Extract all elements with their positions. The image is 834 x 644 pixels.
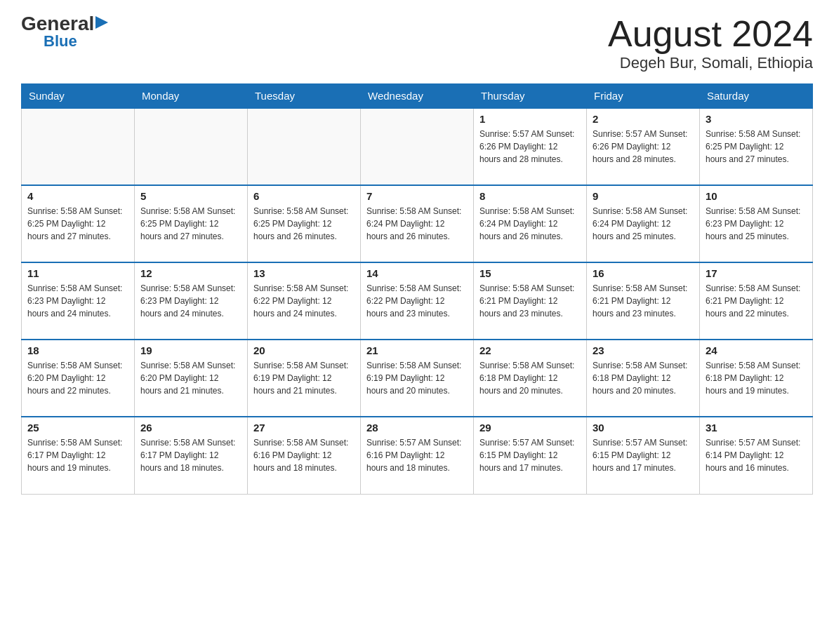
calendar-cell: 17Sunrise: 5:58 AM Sunset: 6:21 PM Dayli…	[700, 262, 813, 340]
day-number: 2	[593, 113, 694, 125]
day-info: Sunrise: 5:57 AM Sunset: 6:16 PM Dayligh…	[366, 436, 468, 474]
calendar-cell	[22, 108, 135, 185]
calendar-cell: 20Sunrise: 5:58 AM Sunset: 6:19 PM Dayli…	[248, 340, 361, 417]
day-number: 27	[253, 422, 355, 434]
day-number: 22	[479, 344, 581, 356]
day-info: Sunrise: 5:58 AM Sunset: 6:19 PM Dayligh…	[366, 359, 468, 397]
calendar-cell: 5Sunrise: 5:58 AM Sunset: 6:25 PM Daylig…	[135, 185, 248, 262]
logo-general-text: General	[21, 14, 94, 34]
calendar-cell: 21Sunrise: 5:58 AM Sunset: 6:19 PM Dayli…	[361, 340, 474, 417]
day-info: Sunrise: 5:58 AM Sunset: 6:23 PM Dayligh…	[706, 205, 807, 243]
day-info: Sunrise: 5:58 AM Sunset: 6:21 PM Dayligh…	[593, 282, 694, 320]
calendar-cell: 13Sunrise: 5:58 AM Sunset: 6:22 PM Dayli…	[248, 262, 361, 340]
day-number: 9	[593, 190, 694, 202]
calendar-week-row: 1Sunrise: 5:57 AM Sunset: 6:26 PM Daylig…	[22, 108, 813, 185]
location-text: Degeh Bur, Somali, Ethiopia	[608, 54, 813, 72]
day-info: Sunrise: 5:58 AM Sunset: 6:25 PM Dayligh…	[140, 205, 241, 243]
day-header-thursday: Thursday	[474, 84, 587, 109]
day-number: 1	[479, 113, 581, 125]
day-info: Sunrise: 5:58 AM Sunset: 6:19 PM Dayligh…	[253, 359, 355, 397]
calendar-cell: 18Sunrise: 5:58 AM Sunset: 6:20 PM Dayli…	[22, 340, 135, 417]
day-header-tuesday: Tuesday	[248, 84, 361, 109]
day-number: 16	[593, 267, 694, 279]
calendar-cell: 14Sunrise: 5:58 AM Sunset: 6:22 PM Dayli…	[361, 262, 474, 340]
logo: General Blue	[21, 14, 108, 49]
day-number: 5	[140, 190, 241, 202]
calendar-cell: 12Sunrise: 5:58 AM Sunset: 6:23 PM Dayli…	[135, 262, 248, 340]
day-info: Sunrise: 5:57 AM Sunset: 6:26 PM Dayligh…	[593, 128, 694, 166]
day-info: Sunrise: 5:58 AM Sunset: 6:24 PM Dayligh…	[593, 205, 694, 243]
day-info: Sunrise: 5:58 AM Sunset: 6:23 PM Dayligh…	[27, 282, 128, 320]
day-info: Sunrise: 5:58 AM Sunset: 6:24 PM Dayligh…	[366, 205, 468, 243]
calendar-cell: 22Sunrise: 5:58 AM Sunset: 6:18 PM Dayli…	[474, 340, 587, 417]
day-info: Sunrise: 5:58 AM Sunset: 6:20 PM Dayligh…	[140, 359, 241, 397]
day-header-friday: Friday	[587, 84, 700, 109]
day-info: Sunrise: 5:58 AM Sunset: 6:20 PM Dayligh…	[27, 359, 128, 397]
day-number: 23	[593, 344, 694, 356]
day-number: 20	[253, 344, 355, 356]
calendar-cell: 11Sunrise: 5:58 AM Sunset: 6:23 PM Dayli…	[22, 262, 135, 340]
day-info: Sunrise: 5:58 AM Sunset: 6:21 PM Dayligh…	[479, 282, 581, 320]
calendar-week-row: 4Sunrise: 5:58 AM Sunset: 6:25 PM Daylig…	[22, 185, 813, 262]
day-info: Sunrise: 5:58 AM Sunset: 6:24 PM Dayligh…	[479, 205, 581, 243]
day-info: Sunrise: 5:57 AM Sunset: 6:15 PM Dayligh…	[479, 436, 581, 474]
day-number: 7	[366, 190, 468, 202]
calendar-cell: 3Sunrise: 5:58 AM Sunset: 6:25 PM Daylig…	[700, 108, 813, 185]
day-number: 25	[27, 422, 128, 434]
calendar-week-row: 25Sunrise: 5:58 AM Sunset: 6:17 PM Dayli…	[22, 417, 813, 494]
day-number: 14	[366, 267, 468, 279]
day-info: Sunrise: 5:58 AM Sunset: 6:23 PM Dayligh…	[140, 282, 241, 320]
day-number: 8	[479, 190, 581, 202]
day-number: 29	[479, 422, 581, 434]
day-header-monday: Monday	[135, 84, 248, 109]
day-number: 6	[253, 190, 355, 202]
calendar-cell: 31Sunrise: 5:57 AM Sunset: 6:14 PM Dayli…	[700, 417, 813, 494]
day-number: 10	[706, 190, 807, 202]
calendar-cell: 29Sunrise: 5:57 AM Sunset: 6:15 PM Dayli…	[474, 417, 587, 494]
logo-triangle-icon	[95, 16, 108, 29]
day-header-sunday: Sunday	[22, 84, 135, 109]
day-number: 18	[27, 344, 128, 356]
calendar-table: SundayMondayTuesdayWednesdayThursdayFrid…	[21, 83, 813, 495]
svg-marker-0	[95, 16, 108, 29]
calendar-cell: 27Sunrise: 5:58 AM Sunset: 6:16 PM Dayli…	[248, 417, 361, 494]
calendar-cell: 23Sunrise: 5:58 AM Sunset: 6:18 PM Dayli…	[587, 340, 700, 417]
day-info: Sunrise: 5:57 AM Sunset: 6:26 PM Dayligh…	[479, 128, 581, 166]
day-number: 4	[27, 190, 128, 202]
day-number: 26	[140, 422, 241, 434]
day-info: Sunrise: 5:58 AM Sunset: 6:25 PM Dayligh…	[706, 128, 807, 166]
day-number: 13	[253, 267, 355, 279]
day-header-saturday: Saturday	[700, 84, 813, 109]
calendar-cell	[135, 108, 248, 185]
calendar-cell: 9Sunrise: 5:58 AM Sunset: 6:24 PM Daylig…	[587, 185, 700, 262]
day-info: Sunrise: 5:58 AM Sunset: 6:21 PM Dayligh…	[706, 282, 807, 320]
day-info: Sunrise: 5:58 AM Sunset: 6:25 PM Dayligh…	[27, 205, 128, 243]
day-number: 15	[479, 267, 581, 279]
day-header-wednesday: Wednesday	[361, 84, 474, 109]
calendar-cell: 4Sunrise: 5:58 AM Sunset: 6:25 PM Daylig…	[22, 185, 135, 262]
day-info: Sunrise: 5:58 AM Sunset: 6:25 PM Dayligh…	[253, 205, 355, 243]
day-info: Sunrise: 5:58 AM Sunset: 6:17 PM Dayligh…	[140, 436, 241, 474]
calendar-cell: 28Sunrise: 5:57 AM Sunset: 6:16 PM Dayli…	[361, 417, 474, 494]
calendar-cell	[361, 108, 474, 185]
calendar-cell: 26Sunrise: 5:58 AM Sunset: 6:17 PM Dayli…	[135, 417, 248, 494]
title-block: August 2024 Degeh Bur, Somali, Ethiopia	[608, 14, 813, 72]
calendar-cell: 7Sunrise: 5:58 AM Sunset: 6:24 PM Daylig…	[361, 185, 474, 262]
calendar-cell: 15Sunrise: 5:58 AM Sunset: 6:21 PM Dayli…	[474, 262, 587, 340]
calendar-cell	[248, 108, 361, 185]
day-number: 19	[140, 344, 241, 356]
day-info: Sunrise: 5:58 AM Sunset: 6:17 PM Dayligh…	[27, 436, 128, 474]
calendar-week-row: 11Sunrise: 5:58 AM Sunset: 6:23 PM Dayli…	[22, 262, 813, 340]
day-info: Sunrise: 5:57 AM Sunset: 6:15 PM Dayligh…	[593, 436, 694, 474]
day-number: 17	[706, 267, 807, 279]
calendar-week-row: 18Sunrise: 5:58 AM Sunset: 6:20 PM Dayli…	[22, 340, 813, 417]
calendar-cell: 24Sunrise: 5:58 AM Sunset: 6:18 PM Dayli…	[700, 340, 813, 417]
day-info: Sunrise: 5:58 AM Sunset: 6:18 PM Dayligh…	[479, 359, 581, 397]
day-info: Sunrise: 5:58 AM Sunset: 6:16 PM Dayligh…	[253, 436, 355, 474]
calendar-cell: 25Sunrise: 5:58 AM Sunset: 6:17 PM Dayli…	[22, 417, 135, 494]
calendar-cell: 2Sunrise: 5:57 AM Sunset: 6:26 PM Daylig…	[587, 108, 700, 185]
month-title: August 2024	[608, 14, 813, 54]
day-number: 21	[366, 344, 468, 356]
day-number: 28	[366, 422, 468, 434]
day-info: Sunrise: 5:58 AM Sunset: 6:22 PM Dayligh…	[366, 282, 468, 320]
